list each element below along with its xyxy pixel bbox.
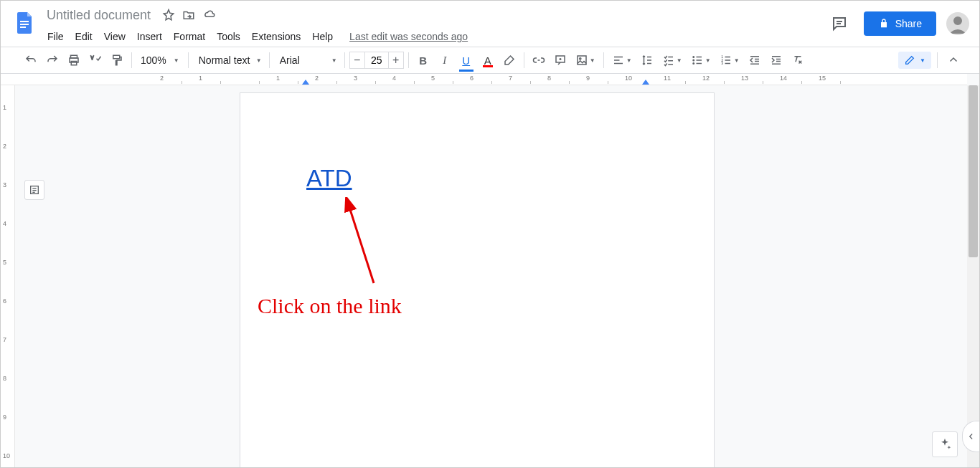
star-icon[interactable] xyxy=(162,9,175,22)
svg-point-11 xyxy=(579,58,580,59)
italic-button[interactable]: I xyxy=(435,51,455,70)
svg-text:3: 3 xyxy=(721,61,723,65)
print-button[interactable] xyxy=(64,51,84,70)
account-avatar[interactable] xyxy=(946,12,969,35)
fontsize-decrease-button[interactable]: − xyxy=(349,52,365,69)
svg-point-16 xyxy=(693,59,694,61)
numbered-list-button[interactable]: 123▼ xyxy=(716,51,743,70)
menu-view[interactable]: View xyxy=(99,28,131,45)
svg-rect-0 xyxy=(20,21,29,22)
share-label: Share xyxy=(895,18,922,29)
last-edit-link[interactable]: Last edit was seconds ago xyxy=(349,31,468,42)
styles-dropdown[interactable]: Normal text▼ xyxy=(193,54,265,66)
comment-history-button[interactable] xyxy=(825,9,854,38)
menu-extensions[interactable]: Extensions xyxy=(247,28,306,45)
share-button[interactable]: Share xyxy=(864,11,936,36)
pencil-icon xyxy=(904,54,915,66)
insert-link-button[interactable] xyxy=(529,51,549,70)
menu-insert[interactable]: Insert xyxy=(132,28,167,45)
menu-file[interactable]: File xyxy=(42,28,69,45)
spellcheck-button[interactable] xyxy=(85,51,105,70)
line-spacing-button[interactable] xyxy=(637,51,657,70)
clear-formatting-button[interactable] xyxy=(788,51,808,70)
move-icon[interactable] xyxy=(182,9,195,22)
vertical-ruler[interactable]: 12345678910 xyxy=(1,85,15,467)
annotation-text: Click on the link xyxy=(258,294,402,318)
document-hyperlink[interactable]: ATD xyxy=(306,165,352,192)
doc-title[interactable]: Untitled document xyxy=(42,6,155,24)
underline-button[interactable]: U xyxy=(456,51,476,70)
add-comment-button[interactable] xyxy=(550,51,570,70)
left-indent-marker[interactable] xyxy=(302,80,309,85)
fontsize-increase-button[interactable]: + xyxy=(388,52,404,69)
svg-rect-8 xyxy=(113,55,120,59)
decrease-indent-button[interactable] xyxy=(745,51,765,70)
zoom-dropdown[interactable]: 100%▼ xyxy=(136,54,184,66)
horizontal-ruler[interactable] xyxy=(1,74,967,85)
svg-rect-1 xyxy=(20,24,29,25)
bullet-list-button[interactable]: ▼ xyxy=(687,51,715,70)
document-page[interactable]: ATD Click on the link xyxy=(240,92,715,467)
checklist-button[interactable]: ▼ xyxy=(659,51,686,70)
paint-format-button[interactable] xyxy=(107,51,127,70)
editing-mode-button[interactable]: ▼ xyxy=(898,52,931,69)
svg-line-39 xyxy=(348,203,374,283)
svg-rect-10 xyxy=(578,56,586,65)
align-button[interactable]: ▼ xyxy=(608,51,636,70)
explore-button[interactable] xyxy=(932,431,958,457)
hide-menus-button[interactable] xyxy=(943,51,963,70)
font-dropdown[interactable]: Arial▼ xyxy=(274,54,340,66)
menu-help[interactable]: Help xyxy=(307,28,338,45)
text-color-button[interactable]: A xyxy=(478,51,498,70)
toolbar: 100%▼ Normal text▼ Arial▼ − + B I U A ▼ … xyxy=(1,47,979,74)
cloud-status-icon[interactable] xyxy=(202,9,217,22)
fontsize-input[interactable] xyxy=(365,52,388,69)
menu-format[interactable]: Format xyxy=(169,28,210,45)
vertical-scrollbar[interactable] xyxy=(967,85,979,467)
increase-indent-button[interactable] xyxy=(766,51,786,70)
undo-button[interactable] xyxy=(21,51,41,70)
insert-image-button[interactable]: ▼ xyxy=(572,51,599,70)
svg-point-15 xyxy=(693,57,694,58)
right-indent-marker[interactable] xyxy=(642,80,649,85)
lock-icon xyxy=(878,18,890,29)
svg-point-17 xyxy=(693,63,694,65)
redo-button[interactable] xyxy=(42,51,62,70)
annotation-arrow xyxy=(342,197,385,290)
highlight-button[interactable] xyxy=(499,51,519,70)
menu-edit[interactable]: Edit xyxy=(70,28,98,45)
docs-logo[interactable] xyxy=(11,8,39,37)
bold-button[interactable]: B xyxy=(413,51,433,70)
menu-tools[interactable]: Tools xyxy=(212,28,245,45)
scrollbar-thumb[interactable] xyxy=(969,85,978,257)
svg-rect-2 xyxy=(20,27,26,28)
